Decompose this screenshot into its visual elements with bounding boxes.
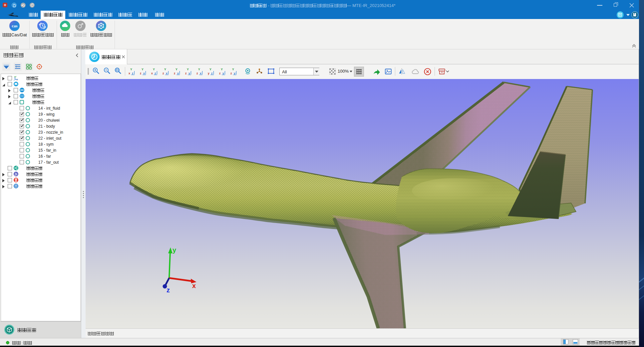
svg-text:y: y [208,72,209,75]
svg-text:x: x [192,282,196,289]
svg-text:Y: Y [198,68,200,71]
svg-text:z: z [132,72,134,75]
svg-text:z: z [140,72,142,75]
svg-text:z: z [230,72,232,75]
svg-text:Y: Y [209,68,211,71]
svg-text:x: x [129,72,130,75]
svg-text:Y: Y [164,68,166,71]
svg-text:Y: Y [130,68,132,71]
svg-text:z: z [14,79,15,81]
svg-text:y: y [188,72,190,75]
svg-text:z: z [162,72,164,75]
svg-text:x: x [143,72,145,75]
svg-text:x: x [151,72,153,75]
svg-text:z: z [155,72,156,75]
svg-text:Y: Y [232,68,234,71]
svg-text:z: z [219,72,221,75]
svg-text:z: z [174,72,175,75]
svg-text:Y: Y [142,68,144,71]
svg-text:x: x [166,72,167,75]
svg-text:Y: Y [16,76,17,78]
svg-text:z: z [196,72,198,75]
svg-text:x: x [17,79,18,81]
svg-text:Y: Y [221,68,223,71]
svg-text:Y: Y [153,68,155,71]
svg-text:y: y [172,246,176,254]
svg-text:Y: Y [187,68,189,71]
svg-text:x: x [200,72,201,75]
svg-text:z: z [166,286,170,294]
svg-text:y: y [177,72,179,75]
svg-text:y: y [234,72,235,75]
svg-text:Y: Y [175,68,177,71]
svg-text:z: z [211,72,213,75]
svg-text:z: z [185,72,187,75]
svg-text:y: y [222,72,224,75]
